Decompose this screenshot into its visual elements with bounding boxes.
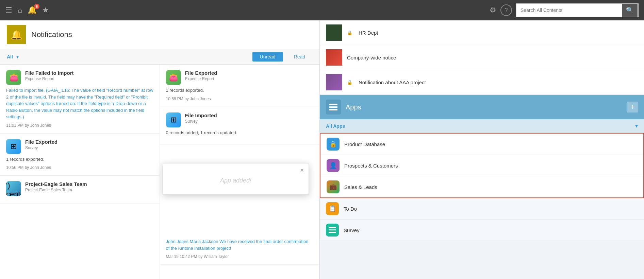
channel-thumb: [326, 49, 342, 66]
notif-item-title: File Failed to Import: [25, 70, 153, 76]
notif-icon-table: ⊞: [6, 139, 21, 154]
notif-item-title: Project-Eagle Sales Team: [25, 181, 153, 187]
bell-icon[interactable]: 🔔 6: [28, 6, 37, 15]
app-icon-survey: [326, 224, 339, 237]
channel-name: Company-wide notice: [347, 55, 396, 60]
notif-item-subtitle: Expense Report: [185, 76, 313, 81]
app-icon-clipboard: 📋: [326, 202, 339, 215]
filter-all[interactable]: All: [7, 54, 13, 59]
app-name: Sales & Leads: [344, 184, 377, 190]
apps-filter-chevron-icon[interactable]: ▾: [635, 123, 638, 129]
notif-item[interactable]: 👛 File Failed to Import Expense Report F…: [0, 65, 160, 134]
apps-filter-row: All Apps ▾: [320, 119, 644, 133]
lock-icon: 🔒: [347, 30, 352, 35]
nav-right: ⚙ ? 🔍: [490, 3, 639, 17]
help-icon[interactable]: ?: [500, 4, 512, 16]
notif-item-subtitle: Expense Report: [25, 76, 153, 81]
channel-name: HR Dept: [359, 30, 378, 36]
notif-item-subtitle: Survey: [185, 119, 313, 124]
toast-message: App added!: [170, 170, 302, 188]
app-icon-briefcase: 💼: [327, 180, 340, 193]
apps-extra-list: 📋 To Do Survey: [320, 198, 644, 241]
notif-icon-table2: ⊞: [166, 112, 181, 127]
apps-title: Apps: [346, 103, 622, 111]
lock-icon: 🔒: [347, 80, 352, 85]
channel-name: Notification about AAA project: [359, 80, 426, 85]
filter-read-btn[interactable]: Read: [286, 52, 313, 62]
notif-title: Notifications: [31, 30, 72, 39]
apps-filter-label[interactable]: All Apps: [326, 123, 635, 129]
notif-meta: 10:58 PM by John Jones: [166, 97, 313, 101]
apps-section: Apps + All Apps ▾ 🔒 Product Database 👤 P…: [320, 95, 644, 241]
channel-item[interactable]: Company-wide notice: [320, 45, 644, 70]
app-icon-person: 👤: [327, 159, 340, 172]
filter-unread-btn[interactable]: Unread: [252, 52, 283, 62]
notif-partial-body: John Jones Maria Jackson We have receive…: [166, 238, 313, 251]
notif-partial-meta: Mar 19 10:42 PM by William Taylor: [166, 254, 313, 259]
notif-item-title: File Imported: [185, 112, 313, 118]
notif-meta: 10:56 PM by John Jones: [6, 165, 153, 170]
notif-item-body: 1 records exported.: [166, 87, 313, 94]
svg-rect-0: [329, 104, 337, 105]
hamburger-icon[interactable]: ☰: [5, 6, 12, 15]
notif-item[interactable]: ⊞ File Imported Survey 0 records added, …: [160, 107, 319, 145]
top-nav: ☰ ⌂ 🔔 6 ★ ⚙ ? 🔍: [0, 0, 644, 20]
app-name: Product Database: [344, 141, 385, 147]
svg-rect-4: [329, 229, 336, 230]
notif-item[interactable]: 👛 File Exported Expense Report 1 records…: [160, 65, 319, 107]
notif-partial[interactable]: John Jones Maria Jackson We have receive…: [160, 233, 319, 265]
app-name: To Do: [344, 206, 357, 212]
notif-item-subtitle: Survey: [25, 145, 153, 150]
app-item-todo[interactable]: 📋 To Do: [320, 198, 644, 220]
notif-item[interactable]: ⊞ File Exported Survey 1 records exporte…: [0, 134, 160, 176]
notif-meta: 11:01 PM by John Jones: [6, 123, 153, 128]
notif-item-title: File Exported: [185, 70, 313, 76]
app-name: Survey: [344, 227, 360, 233]
svg-rect-1: [329, 106, 337, 108]
notif-item-title: File Exported: [25, 139, 153, 145]
search-box: 🔍: [516, 3, 639, 17]
notif-item-body: 0 records added, 1 records updated.: [166, 129, 313, 136]
notif-icon-team: ') center/cover;">: [6, 181, 21, 196]
app-item-product-database[interactable]: 🔒 Product Database: [320, 134, 643, 155]
notif-column-left: 👛 File Failed to Import Expense Report F…: [0, 65, 160, 279]
notification-badge: 6: [34, 4, 39, 9]
search-input[interactable]: [516, 4, 622, 17]
notif-item-subtitle: Project-Eagle Sales Team: [25, 188, 153, 192]
app-item-prospects-customers[interactable]: 👤 Prospects & Customers: [320, 155, 643, 176]
svg-rect-2: [329, 109, 337, 110]
app-icon-lock: 🔒: [327, 138, 340, 151]
notif-bell-icon: 🔔: [7, 25, 26, 44]
notif-item[interactable]: ') center/cover;"> Project-Eagle Sales T…: [0, 176, 160, 204]
app-item-sales-leads[interactable]: 💼 Sales & Leads: [320, 176, 643, 197]
star-icon[interactable]: ★: [42, 6, 49, 15]
channel-thumb: [326, 74, 342, 90]
search-button[interactable]: 🔍: [622, 4, 638, 17]
main-layout: 🔔 Notifications All ▾ Unread Read 👛 File…: [0, 20, 644, 279]
notifications-panel: 🔔 Notifications All ▾ Unread Read 👛 File…: [0, 20, 320, 279]
app-item-survey[interactable]: Survey: [320, 220, 644, 241]
apps-header: Apps +: [320, 95, 644, 119]
notif-icon-wallet2: 👛: [166, 70, 181, 85]
toast-popup: × App added!: [163, 163, 309, 195]
gear-icon[interactable]: ⚙: [490, 6, 496, 15]
notif-list: 👛 File Failed to Import Expense Report F…: [0, 65, 319, 279]
channel-item[interactable]: 🔒 HR Dept: [320, 20, 644, 45]
toast-close-button[interactable]: ×: [300, 167, 304, 174]
home-icon[interactable]: ⌂: [18, 6, 22, 15]
notif-icon-wallet: 👛: [6, 70, 21, 85]
apps-selected-list: 🔒 Product Database 👤 Prospects & Custome…: [320, 133, 644, 198]
notif-filters: All ▾ Unread Read: [0, 49, 319, 65]
filter-dropdown-icon[interactable]: ▾: [16, 54, 19, 59]
right-panel: 🔒 HR Dept Company-wide notice 🔒 Notifica…: [320, 20, 644, 279]
channel-item[interactable]: 🔒 Notification about AAA project: [320, 70, 644, 95]
notif-item-body: 1 records exported.: [6, 156, 153, 163]
apps-add-button[interactable]: +: [627, 102, 638, 112]
svg-rect-5: [329, 232, 336, 233]
app-name: Prospects & Customers: [344, 163, 398, 169]
notif-item-body: Failed to import file. (GAIA_IL16: The v…: [6, 87, 153, 120]
notif-header: 🔔 Notifications: [0, 20, 319, 49]
svg-rect-3: [329, 227, 336, 228]
apps-header-icon: [326, 100, 341, 115]
channel-thumb: [326, 24, 342, 41]
